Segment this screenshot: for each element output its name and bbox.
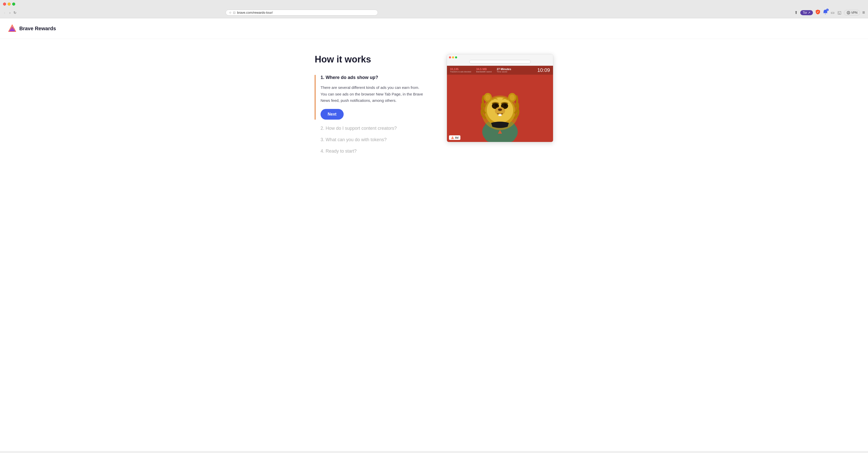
bandwidth-saved-stat: 34.5 MB Bandwidth saved bbox=[476, 67, 492, 73]
wallet-button[interactable]: ◱ bbox=[837, 10, 842, 16]
brave-shield-button[interactable] bbox=[815, 9, 820, 16]
secure-icon: ⊡ bbox=[233, 11, 236, 14]
bandwidth-label: Bandwidth saved bbox=[476, 70, 492, 73]
main-content: How it works 1. Where do ads show up? Th… bbox=[294, 39, 574, 175]
hamburger-menu-button[interactable]: ≡ bbox=[862, 10, 865, 15]
lion-illustration bbox=[475, 76, 525, 142]
back-button[interactable]: ‹ bbox=[3, 10, 6, 15]
faq-question-1: 1. Where do ads show up? bbox=[320, 75, 426, 80]
tor-arrow-icon: ↗ bbox=[808, 11, 810, 14]
ad-badge: Ad bbox=[449, 135, 460, 140]
time-saved-stat: 27 Minutes Time saved bbox=[497, 67, 511, 73]
faq-item-2[interactable]: 2. How do I support content creators? bbox=[315, 126, 426, 131]
notification-button[interactable]: 1 bbox=[823, 9, 828, 16]
address-bar[interactable]: ⊹ ⊡ brave.com/rewards-tour/ bbox=[226, 10, 378, 16]
refresh-button[interactable]: ↻ bbox=[13, 11, 17, 15]
mock-maximize bbox=[455, 56, 457, 58]
page-content: Brave Rewards How it works 1. Where do a… bbox=[0, 18, 868, 451]
svg-rect-17 bbox=[500, 114, 501, 116]
ad-text: Ad bbox=[455, 137, 458, 139]
vpn-label: VPN bbox=[851, 11, 858, 14]
mock-address-bar bbox=[469, 60, 530, 63]
url-text: brave.com/rewards-tour/ bbox=[237, 11, 375, 14]
bookmark-icon: ⊹ bbox=[229, 11, 231, 14]
trackers-blocked-stat: 33,135 Trackers & ads blocked bbox=[450, 67, 471, 73]
toolbar-right: ⬆ Tor ↗ 1 ▭ ◱ bbox=[794, 9, 865, 16]
trackers-value: 33,135 bbox=[450, 67, 471, 70]
upload-button[interactable]: ⬆ bbox=[794, 10, 798, 16]
nav-bar: ‹ › ↻ ⊹ ⊡ brave.com/rewards-tour/ ⬆ Tor … bbox=[0, 8, 868, 18]
forward-button[interactable]: › bbox=[8, 10, 12, 15]
mock-browser-chrome bbox=[447, 54, 553, 66]
next-button[interactable]: Next bbox=[320, 109, 344, 120]
faq-question-2[interactable]: 2. How do I support content creators? bbox=[320, 126, 426, 131]
page-title: Brave Rewards bbox=[19, 26, 56, 31]
svg-point-13 bbox=[504, 104, 506, 107]
mock-close bbox=[449, 56, 451, 58]
maximize-button[interactable] bbox=[12, 3, 15, 6]
brave-logo bbox=[8, 24, 16, 32]
tor-label: Tor bbox=[803, 11, 807, 14]
close-button[interactable] bbox=[3, 3, 6, 6]
traffic-lights bbox=[3, 3, 15, 6]
section-heading: How it works bbox=[315, 54, 426, 65]
minimize-button[interactable] bbox=[8, 3, 11, 6]
svg-point-19 bbox=[485, 94, 490, 100]
mock-browser: 33,135 Trackers & ads blocked 34.5 MB Ba… bbox=[447, 54, 553, 142]
time-label: Time saved bbox=[497, 70, 511, 73]
mock-stats-bar: 33,135 Trackers & ads blocked 34.5 MB Ba… bbox=[447, 66, 553, 74]
svg-rect-16 bbox=[498, 114, 500, 116]
time-value: 27 Minutes bbox=[497, 67, 511, 70]
right-panel: 33,135 Trackers & ads blocked 34.5 MB Ba… bbox=[447, 54, 553, 142]
vpn-button[interactable]: VPN bbox=[844, 10, 860, 16]
tor-button[interactable]: Tor ↗ bbox=[800, 10, 813, 15]
page-header: Brave Rewards bbox=[0, 18, 868, 39]
mock-new-tab-page: 33,135 Trackers & ads blocked 34.5 MB Ba… bbox=[447, 66, 553, 142]
faq-item-1: 1. Where do ads show up? There are sever… bbox=[315, 75, 426, 120]
faq-item-3[interactable]: 3. What can you do with tokens? bbox=[315, 137, 426, 143]
svg-point-21 bbox=[509, 94, 515, 100]
faq-answer-1: There are several different kinds of ads… bbox=[320, 84, 426, 104]
browser-chrome: ‹ › ↻ ⊹ ⊡ brave.com/rewards-tour/ ⬆ Tor … bbox=[0, 0, 868, 18]
mock-minimize bbox=[452, 56, 454, 58]
mock-traffic-lights bbox=[449, 56, 551, 58]
faq-question-3[interactable]: 3. What can you do with tokens? bbox=[320, 137, 426, 143]
ad-brave-logo bbox=[451, 136, 454, 139]
svg-point-15 bbox=[498, 109, 502, 111]
faq-question-4[interactable]: 4. Ready to start? bbox=[320, 149, 426, 154]
notification-badge: 1 bbox=[826, 9, 829, 11]
mock-clock: 10:09 bbox=[537, 67, 550, 73]
sidebar-toggle-button[interactable]: ▭ bbox=[830, 10, 835, 16]
faq-item-4[interactable]: 4. Ready to start? bbox=[315, 149, 426, 154]
title-bar bbox=[0, 0, 868, 8]
trackers-label: Trackers & ads blocked bbox=[450, 70, 471, 73]
bandwidth-value: 34.5 MB bbox=[476, 67, 492, 70]
svg-point-12 bbox=[495, 104, 497, 107]
left-panel: How it works 1. Where do ads show up? Th… bbox=[315, 54, 426, 160]
